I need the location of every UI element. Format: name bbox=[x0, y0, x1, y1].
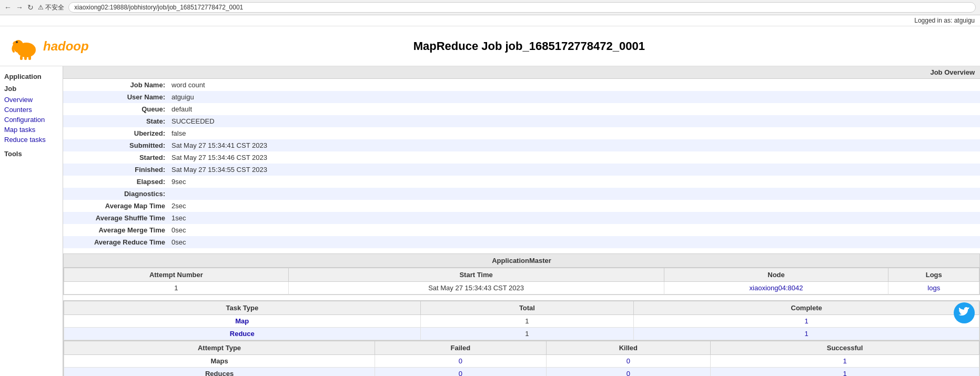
task-row-map-complete[interactable]: 1 bbox=[634, 315, 979, 328]
am-title: ApplicationMaster bbox=[64, 254, 979, 268]
am-logs-link[interactable]: logs bbox=[927, 284, 940, 292]
attempt-col-killed: Killed bbox=[546, 341, 711, 355]
am-row-logs[interactable]: logs bbox=[888, 282, 979, 294]
svg-rect-6 bbox=[28, 56, 31, 60]
info-value: SUCCEEDED bbox=[168, 115, 980, 127]
info-row: Average Merge Time0sec bbox=[63, 224, 980, 236]
am-col-attempt: Attempt Number bbox=[64, 268, 289, 282]
maps-killed-link[interactable]: 0 bbox=[627, 357, 630, 365]
info-label: Started: bbox=[63, 151, 168, 164]
attempt-type-table: Attempt Type Failed Killed Successful Ma… bbox=[64, 341, 979, 376]
info-value: default bbox=[168, 103, 980, 115]
info-value: 0sec bbox=[168, 236, 980, 248]
svg-rect-4 bbox=[20, 56, 23, 60]
counters-link[interactable]: Counters bbox=[0, 105, 63, 115]
task-col-type: Task Type bbox=[64, 301, 421, 315]
attempt-row-reduces-killed[interactable]: 0 bbox=[546, 368, 711, 377]
maps-failed-link[interactable]: 0 bbox=[459, 357, 462, 365]
page-title: MapReduce Job job_1685172778472_0001 bbox=[89, 39, 969, 53]
info-row: Average Shuffle Time1sec bbox=[63, 212, 980, 224]
info-row: User Name:atguigu bbox=[63, 91, 980, 103]
attempt-col-successful: Successful bbox=[711, 341, 979, 355]
content-area: Job Overview Job Name:word countUser Nam… bbox=[63, 66, 980, 376]
attempt-row-maps-successful[interactable]: 1 bbox=[711, 355, 979, 368]
maps-successful-link[interactable]: 1 bbox=[843, 357, 846, 365]
url-bar[interactable]: xiaoxiong02:19888/jobhistory/job/job_168… bbox=[68, 2, 976, 13]
info-label: Average Shuffle Time bbox=[63, 212, 168, 224]
job-overview-header: Job Overview bbox=[63, 66, 980, 79]
attempt-row-maps-failed[interactable]: 0 bbox=[375, 355, 547, 368]
svg-rect-5 bbox=[24, 56, 27, 60]
attempt-row-maps-type: Maps bbox=[64, 355, 375, 368]
refresh-button[interactable]: ↻ bbox=[27, 3, 34, 12]
info-value: atguigu bbox=[168, 91, 980, 103]
reduces-failed-link[interactable]: 0 bbox=[459, 370, 462, 376]
info-label: Average Reduce Time bbox=[63, 236, 168, 248]
logged-in-text: Logged in as: atguigu bbox=[914, 17, 975, 24]
reduces-killed-link[interactable]: 0 bbox=[627, 370, 630, 376]
info-row: Average Reduce Time0sec bbox=[63, 236, 980, 248]
reduce-tasks-link[interactable]: Reduce tasks bbox=[0, 135, 63, 145]
am-node-link[interactable]: xiaoxiong04:8042 bbox=[750, 284, 803, 292]
info-row: Elapsed:9sec bbox=[63, 176, 980, 188]
attempt-row-maps-killed[interactable]: 0 bbox=[546, 355, 711, 368]
info-row: Average Map Time2sec bbox=[63, 200, 980, 212]
logo-text: hadoop bbox=[43, 39, 89, 54]
sidebar-application-label: Application bbox=[0, 70, 63, 83]
info-label: Elapsed: bbox=[63, 176, 168, 188]
reduce-complete-link[interactable]: 1 bbox=[805, 330, 809, 338]
forward-button[interactable]: → bbox=[16, 3, 23, 12]
sidebar-tools-label: Tools bbox=[0, 148, 63, 160]
overview-link[interactable]: Overview bbox=[0, 95, 63, 105]
hadoop-logo-icon bbox=[11, 32, 42, 60]
twitter-bird-icon[interactable] bbox=[954, 302, 975, 323]
info-label: Average Merge Time bbox=[63, 224, 168, 236]
info-value: 9sec bbox=[168, 176, 980, 188]
attempt-col-type: Attempt Type bbox=[64, 341, 375, 355]
am-col-logs: Logs bbox=[888, 268, 979, 282]
application-master-section: ApplicationMaster Attempt Number Start T… bbox=[63, 253, 980, 295]
map-tasks-link[interactable]: Map tasks bbox=[0, 125, 63, 135]
info-label: State: bbox=[63, 115, 168, 127]
back-button[interactable]: ← bbox=[4, 3, 12, 12]
info-row: Started:Sat May 27 15:34:46 CST 2023 bbox=[63, 151, 980, 164]
info-row: Finished:Sat May 27 15:34:55 CST 2023 bbox=[63, 164, 980, 176]
attempt-row-reduces-successful[interactable]: 1 bbox=[711, 368, 979, 377]
map-complete-link[interactable]: 1 bbox=[805, 317, 809, 325]
info-label: User Name: bbox=[63, 91, 168, 103]
info-value: word count bbox=[168, 79, 980, 91]
logo-area: hadoop bbox=[11, 32, 89, 60]
info-value: 1sec bbox=[168, 212, 980, 224]
info-label: Queue: bbox=[63, 103, 168, 115]
info-label: Average Map Time bbox=[63, 200, 168, 212]
reduce-type-link[interactable]: Reduce bbox=[230, 330, 255, 338]
task-col-complete: Complete bbox=[634, 301, 979, 315]
attempt-col-failed: Failed bbox=[375, 341, 547, 355]
reduces-successful-link[interactable]: 1 bbox=[843, 370, 846, 376]
svg-point-3 bbox=[16, 41, 18, 43]
info-value: 0sec bbox=[168, 224, 980, 236]
page-header: hadoop MapReduce Job job_1685172778472_0… bbox=[0, 26, 980, 66]
task-types-section: Task Type Total Complete Map 1 1 bbox=[63, 300, 980, 341]
logged-in-bar: Logged in as: atguigu bbox=[0, 15, 980, 26]
am-row-node[interactable]: xiaoxiong04:8042 bbox=[664, 282, 888, 294]
task-row-reduce-type[interactable]: Reduce bbox=[64, 328, 421, 340]
attempt-row-reduces-failed[interactable]: 0 bbox=[375, 368, 547, 377]
info-value: Sat May 27 15:34:55 CST 2023 bbox=[168, 164, 980, 176]
job-info-table: Job Name:word countUser Name:atguiguQueu… bbox=[63, 79, 980, 248]
info-row: Uberized:false bbox=[63, 127, 980, 139]
task-row-map-total: 1 bbox=[420, 315, 634, 328]
task-row-map-type[interactable]: Map bbox=[64, 315, 421, 328]
info-row: Diagnostics: bbox=[63, 188, 980, 200]
info-row: Job Name:word count bbox=[63, 79, 980, 91]
browser-bar: ← → ↻ ⚠ 不安全 xiaoxiong02:19888/jobhistory… bbox=[0, 0, 980, 15]
attempt-types-section: Attempt Type Failed Killed Successful Ma… bbox=[63, 341, 980, 376]
task-col-total: Total bbox=[420, 301, 634, 315]
sidebar-job-label: Job bbox=[0, 83, 63, 95]
info-label: Diagnostics: bbox=[63, 188, 168, 200]
task-row-reduce-total: 1 bbox=[420, 328, 634, 340]
am-row-start-time: Sat May 27 15:34:43 CST 2023 bbox=[288, 282, 664, 294]
configuration-link[interactable]: Configuration bbox=[0, 115, 63, 125]
task-row-reduce-complete[interactable]: 1 bbox=[634, 328, 979, 340]
map-type-link[interactable]: Map bbox=[235, 317, 249, 325]
